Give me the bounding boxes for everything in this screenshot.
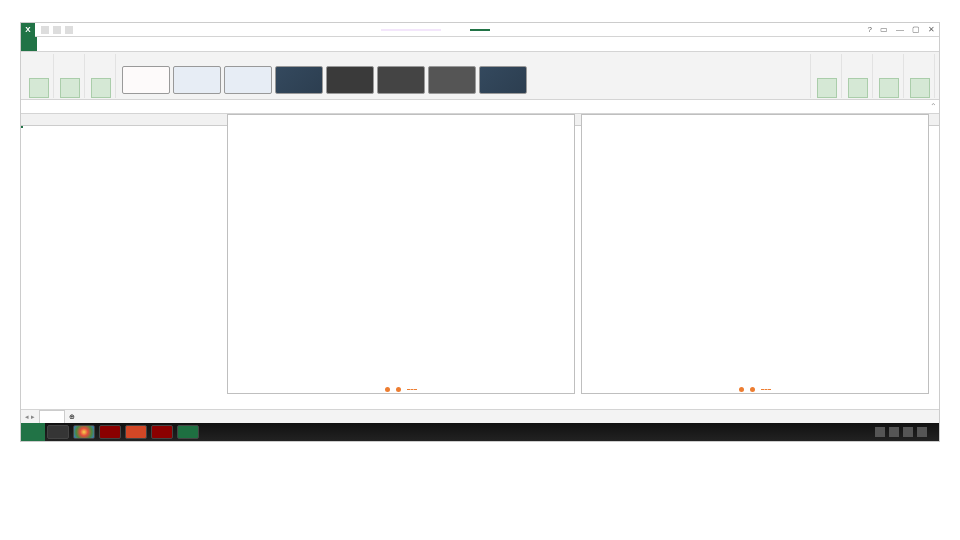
window-controls[interactable]: ? ▭ — ▢ ✕ — [868, 25, 935, 34]
excel-window: X ? ▭ — ▢ ✕ — [20, 22, 940, 442]
tray-icon[interactable] — [875, 427, 885, 437]
chart-1[interactable] — [227, 114, 575, 394]
chart-y-axis — [230, 127, 252, 377]
change-colors-icon — [91, 78, 111, 98]
maximize-icon[interactable]: ▢ — [912, 25, 920, 34]
titlebar: X ? ▭ — ▢ ✕ — [21, 23, 939, 37]
ribbon-quick-layout[interactable] — [56, 54, 85, 98]
chart-style-swatch[interactable] — [377, 66, 425, 94]
windows-taskbar — [21, 423, 939, 441]
chart-style-swatch[interactable] — [275, 66, 323, 94]
chart-style-swatch[interactable] — [122, 66, 170, 94]
sheet-nav-arrows[interactable]: ◂ ▸ — [21, 413, 39, 421]
ribbon-body — [21, 52, 939, 100]
tray-icon[interactable] — [903, 427, 913, 437]
chart-style-swatch[interactable] — [326, 66, 374, 94]
sheet-tab-bar: ◂ ▸ ⊕ — [21, 409, 939, 423]
excel-icon: X — [21, 23, 35, 37]
add-sheet-button[interactable]: ⊕ — [65, 413, 79, 421]
system-tray[interactable] — [875, 427, 939, 437]
start-button[interactable] — [21, 423, 45, 441]
ribbon-collapse-icon[interactable]: ▭ — [880, 25, 888, 34]
chart-legend — [228, 386, 574, 392]
select-data-icon — [848, 78, 868, 98]
chart-style-swatch[interactable] — [428, 66, 476, 94]
taskbar-filezilla2-icon[interactable] — [151, 425, 173, 439]
ribbon-tabs — [21, 37, 939, 52]
chart-style-swatch[interactable] — [173, 66, 221, 94]
add-chart-element-icon — [29, 78, 49, 98]
chart-legend — [582, 386, 928, 392]
chart-title — [582, 115, 928, 117]
formula-bar-expand-icon[interactable]: ⌃ — [927, 102, 939, 111]
slide-title — [0, 0, 960, 22]
quick-access-toolbar[interactable] — [35, 26, 73, 34]
close-icon[interactable]: ✕ — [928, 25, 935, 34]
sheet-tab-foglio1[interactable] — [39, 410, 65, 423]
ribbon-move-chart[interactable] — [906, 54, 935, 98]
ribbon-chart-styles[interactable] — [118, 54, 811, 98]
chart-style-swatch[interactable] — [224, 66, 272, 94]
taskbar-chrome-icon[interactable] — [73, 425, 95, 439]
spreadsheet-grid[interactable] — [21, 114, 939, 409]
taskbar-filezilla-icon[interactable] — [99, 425, 121, 439]
tray-icon[interactable] — [889, 427, 899, 437]
tab-file[interactable] — [21, 37, 37, 51]
switch-rowcol-icon — [817, 78, 837, 98]
help-icon[interactable]: ? — [868, 25, 872, 34]
chart-plot-area — [254, 119, 568, 349]
taskbar-excel-icon[interactable] — [177, 425, 199, 439]
document-title — [470, 29, 490, 31]
quick-layout-icon — [60, 78, 80, 98]
taskbar-explorer-icon[interactable] — [47, 425, 69, 439]
taskbar-clock[interactable] — [931, 428, 935, 436]
move-chart-icon — [910, 78, 930, 98]
ribbon-select-data[interactable] — [844, 54, 873, 98]
chart-style-swatch[interactable] — [479, 66, 527, 94]
ribbon-switch-rowcol[interactable] — [813, 54, 842, 98]
tray-icon[interactable] — [917, 427, 927, 437]
ribbon-add-chart-element[interactable] — [25, 54, 54, 98]
formula-bar: ⌃ — [21, 100, 939, 114]
taskbar-powerpoint-icon[interactable] — [125, 425, 147, 439]
ribbon-change-chart-type[interactable] — [875, 54, 904, 98]
change-type-icon — [879, 78, 899, 98]
selection-rectangle — [21, 126, 23, 128]
chart-title — [228, 115, 574, 117]
chart-y-axis — [584, 127, 606, 377]
ribbon-change-colors[interactable] — [87, 54, 116, 98]
contextual-tab-label — [381, 29, 441, 31]
minimize-icon[interactable]: — — [896, 25, 904, 34]
chart-plot-area — [608, 119, 922, 349]
chart-2[interactable] — [581, 114, 929, 394]
